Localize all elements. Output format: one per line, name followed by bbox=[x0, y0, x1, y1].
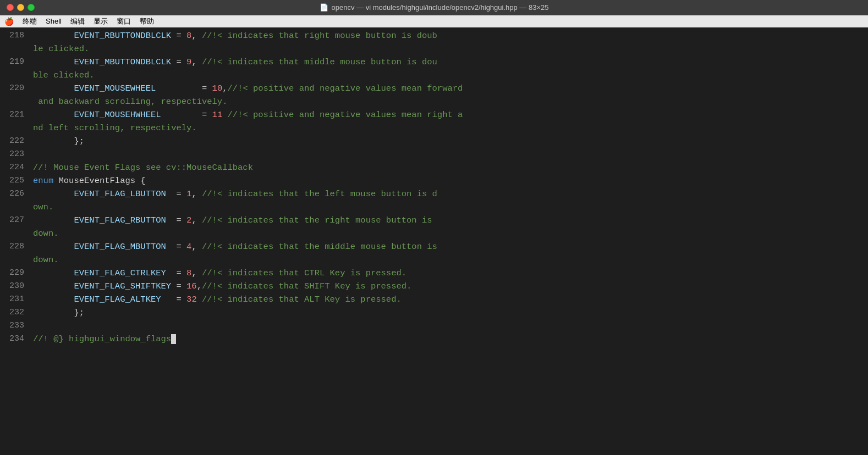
line-number: 231 bbox=[0, 293, 33, 306]
line-number: 226 bbox=[0, 188, 33, 201]
code-line: 218 EVENT_RBUTTONDBLCLK = 8, //!< indica… bbox=[0, 30, 868, 43]
line-content-continuation: and backward scrolling, respectively. bbox=[33, 96, 868, 108]
menu-help[interactable]: 帮助 bbox=[140, 16, 154, 26]
title-bar: 📄 opencv — vi modules/highgui/include/op… bbox=[0, 0, 868, 15]
line-content: //! @} highgui_window_flags bbox=[33, 333, 868, 346]
menu-window[interactable]: 窗口 bbox=[117, 16, 131, 26]
window-title: 📄 opencv — vi modules/highgui/include/op… bbox=[320, 3, 549, 12]
line-content-continuation: down. bbox=[33, 228, 868, 240]
code-line: 224//! Mouse Event Flags see cv::MouseCa… bbox=[0, 162, 868, 175]
code-line: 230 EVENT_FLAG_SHIFTKEY = 16,//!< indica… bbox=[0, 280, 868, 293]
maximize-button[interactable] bbox=[28, 4, 35, 11]
line-number: 223 bbox=[0, 148, 33, 161]
line-content: }; bbox=[33, 307, 868, 319]
line-number: 219 bbox=[0, 56, 33, 69]
code-line: 228 EVENT_FLAG_MBUTTON = 4, //!< indicat… bbox=[0, 241, 868, 254]
code-line-continuation: le clicked. bbox=[0, 43, 868, 56]
code-line: 232 }; bbox=[0, 307, 868, 320]
code-line: 234//! @} highgui_window_flags bbox=[0, 333, 868, 346]
code-line: 221 EVENT_MOUSEHWHEEL = 11 //!< positive… bbox=[0, 109, 868, 122]
line-number: 221 bbox=[0, 109, 33, 121]
code-line: 223 bbox=[0, 148, 868, 162]
line-number: 230 bbox=[0, 280, 33, 293]
line-number: 222 bbox=[0, 135, 33, 148]
line-content: EVENT_MBUTTONDBLCLK = 9, //!< indicates … bbox=[33, 56, 868, 69]
apple-menu[interactable]: 🍎 bbox=[4, 17, 14, 26]
minimize-button[interactable] bbox=[17, 4, 24, 11]
line-content-continuation: le clicked. bbox=[33, 43, 868, 56]
line-number: 228 bbox=[0, 241, 33, 253]
line-content: EVENT_FLAG_SHIFTKEY = 16,//!< indicates … bbox=[33, 280, 868, 293]
code-line: 229 EVENT_FLAG_CTRLKEY = 8, //!< indicat… bbox=[0, 267, 868, 280]
code-line: 231 EVENT_FLAG_ALTKEY = 32 //!< indicate… bbox=[0, 293, 868, 307]
code-line-continuation: and backward scrolling, respectively. bbox=[0, 96, 868, 109]
code-line: 220 EVENT_MOUSEWHEEL = 10,//!< positive … bbox=[0, 82, 868, 96]
line-number: 227 bbox=[0, 214, 33, 227]
line-number: 220 bbox=[0, 82, 33, 95]
line-content-continuation: down. bbox=[33, 254, 868, 267]
line-content: EVENT_FLAG_LBUTTON = 1, //!< indicates t… bbox=[33, 188, 868, 201]
line-content: EVENT_MOUSEWHEEL = 10,//!< positive and … bbox=[33, 82, 868, 95]
line-content-continuation: ble clicked. bbox=[33, 69, 868, 82]
line-number: 224 bbox=[0, 162, 33, 174]
code-line: 226 EVENT_FLAG_LBUTTON = 1, //!< indicat… bbox=[0, 188, 868, 201]
code-line-continuation: down. bbox=[0, 228, 868, 241]
menu-shell[interactable]: Shell bbox=[46, 17, 62, 25]
line-number: 225 bbox=[0, 175, 33, 187]
code-line: 233 bbox=[0, 320, 868, 333]
code-line-continuation: ble clicked. bbox=[0, 69, 868, 82]
file-icon: 📄 bbox=[320, 3, 328, 12]
code-line: 227 EVENT_FLAG_RBUTTON = 2, //!< indicat… bbox=[0, 214, 868, 228]
line-content-continuation: own. bbox=[33, 201, 868, 214]
code-line-continuation: nd left scrolling, respectively. bbox=[0, 122, 868, 135]
menu-terminal[interactable]: 终端 bbox=[23, 16, 37, 26]
line-content: EVENT_RBUTTONDBLCLK = 8, //!< indicates … bbox=[33, 30, 868, 42]
code-line: 222 }; bbox=[0, 135, 868, 148]
menu-edit[interactable]: 编辑 bbox=[70, 16, 85, 26]
traffic-lights bbox=[7, 4, 35, 11]
line-content: EVENT_FLAG_CTRLKEY = 8, //!< indicates t… bbox=[33, 267, 868, 280]
line-number: 218 bbox=[0, 30, 33, 42]
code-line: 225enum MouseEventFlags { bbox=[0, 175, 868, 188]
line-content: //! Mouse Event Flags see cv::MouseCallb… bbox=[33, 162, 868, 174]
code-area: 218 EVENT_RBUTTONDBLCLK = 8, //!< indica… bbox=[0, 27, 868, 348]
line-content: }; bbox=[33, 135, 868, 148]
menu-view[interactable]: 显示 bbox=[94, 16, 108, 26]
editor-container[interactable]: 218 EVENT_RBUTTONDBLCLK = 8, //!< indica… bbox=[0, 27, 868, 455]
code-line: 219 EVENT_MBUTTONDBLCLK = 9, //!< indica… bbox=[0, 56, 868, 69]
code-line-continuation: own. bbox=[0, 201, 868, 214]
line-content: EVENT_MOUSEHWHEEL = 11 //!< positive and… bbox=[33, 109, 868, 121]
menu-bar: 🍎 终端 Shell 编辑 显示 窗口 帮助 bbox=[0, 15, 868, 27]
line-content: EVENT_FLAG_MBUTTON = 4, //!< indicates t… bbox=[33, 241, 868, 253]
line-content-continuation: nd left scrolling, respectively. bbox=[33, 122, 868, 135]
line-content: EVENT_FLAG_RBUTTON = 2, //!< indicates t… bbox=[33, 214, 868, 227]
line-number: 232 bbox=[0, 307, 33, 319]
line-content: enum MouseEventFlags { bbox=[33, 175, 868, 187]
line-number: 233 bbox=[0, 320, 33, 332]
line-number: 229 bbox=[0, 267, 33, 280]
line-content: EVENT_FLAG_ALTKEY = 32 //!< indicates th… bbox=[33, 293, 868, 306]
code-line-continuation: down. bbox=[0, 254, 868, 267]
text-cursor bbox=[171, 334, 176, 344]
line-number: 234 bbox=[0, 333, 33, 346]
close-button[interactable] bbox=[7, 4, 14, 11]
